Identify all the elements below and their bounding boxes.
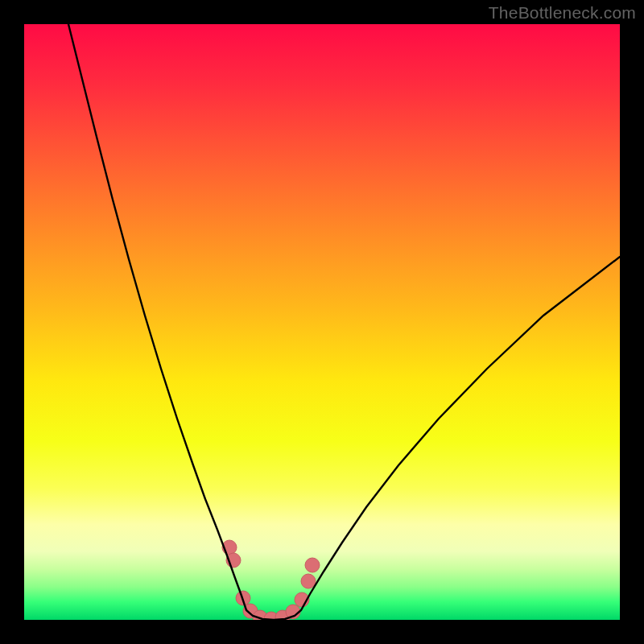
plot-area — [24, 24, 620, 620]
bottleneck-curve — [68, 24, 620, 620]
watermark-label: TheBottleneck.com — [489, 3, 636, 23]
outer-frame: TheBottleneck.com — [0, 0, 644, 644]
chart-svg — [24, 24, 620, 620]
highlight-marker — [305, 558, 320, 572]
highlight-marker — [301, 574, 316, 588]
